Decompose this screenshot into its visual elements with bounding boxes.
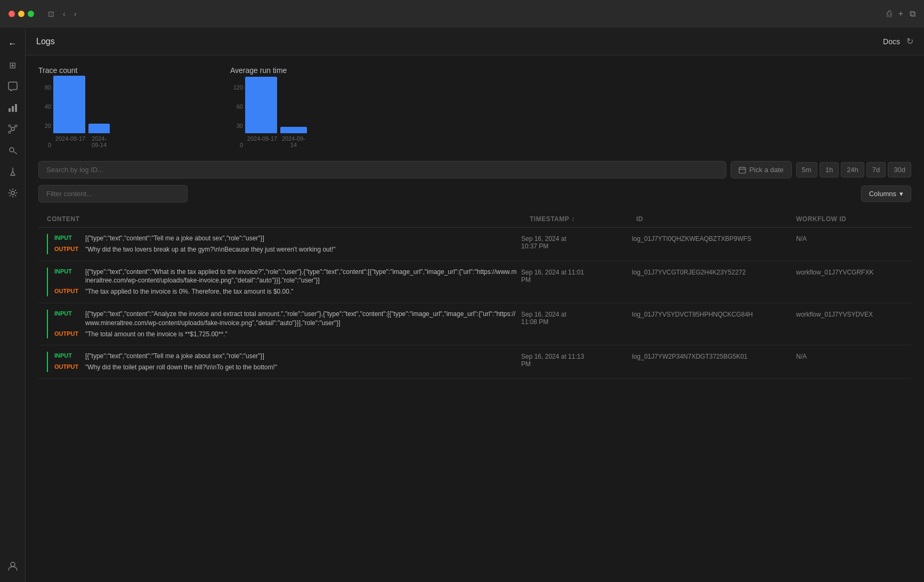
minimize-button[interactable] bbox=[18, 11, 25, 17]
calendar-icon bbox=[739, 166, 746, 174]
log-id-3: log_01J7YW2P34N7XDGT3725BG5K01 bbox=[632, 352, 792, 360]
maximize-button[interactable] bbox=[28, 11, 34, 17]
add-tab-icon[interactable]: + bbox=[898, 9, 903, 19]
chart-bar-1 bbox=[88, 124, 110, 133]
log-content-2: INPUT [{"type":"text","content":"Analyze… bbox=[47, 310, 517, 338]
table-header: CONTENT TIMESTAMP ↕ ID WORKFLOW ID bbox=[38, 211, 911, 228]
header-content: CONTENT bbox=[47, 215, 530, 223]
nav-back[interactable]: ‹ bbox=[60, 9, 69, 19]
columns-button[interactable]: Columns ▾ bbox=[861, 185, 911, 202]
sidebar-item-chat[interactable] bbox=[3, 77, 22, 96]
log-output-line-2: OUTPUT "The total amount on the invoice … bbox=[54, 330, 517, 339]
svg-rect-1 bbox=[12, 106, 14, 112]
output-badge-2: OUTPUT bbox=[54, 330, 81, 337]
sidebar-item-graph[interactable] bbox=[3, 119, 22, 139]
table-row[interactable]: INPUT [{"type":"text","content":"What is… bbox=[38, 261, 911, 303]
log-output-text-0: "Why did the two lovers break up at the … bbox=[85, 245, 336, 254]
content-area: Trace count 80 40 20 0 bbox=[26, 55, 924, 582]
log-id-0: log_01J7YTI0QHZKWEAQBZTXBP9WFS bbox=[632, 234, 792, 242]
log-workflow-1: workflow_01J7YVCGRFXK bbox=[796, 268, 903, 276]
titlebar-nav: ⊡ ‹ › bbox=[45, 9, 79, 19]
table-row[interactable]: INPUT [{"type":"text","content":"Tell me… bbox=[38, 228, 911, 261]
chart-bar-group-1 bbox=[88, 124, 110, 133]
docs-link[interactable]: Docs bbox=[883, 37, 900, 46]
search-input[interactable] bbox=[38, 161, 726, 179]
svg-point-5 bbox=[15, 125, 17, 127]
output-badge-3: OUTPUT bbox=[54, 363, 81, 370]
header-workflow-id: WORKFLOW ID bbox=[796, 215, 903, 223]
time-btn-5m[interactable]: 5m bbox=[796, 162, 817, 177]
sidebar-item-user[interactable] bbox=[3, 556, 22, 576]
avg-run-time-bars bbox=[245, 77, 401, 133]
log-input-line-2: INPUT [{"type":"text","content":"Analyze… bbox=[54, 310, 517, 328]
input-badge-0: INPUT bbox=[54, 234, 81, 241]
log-input-text-1: [{"type":"text","content":"What is the t… bbox=[85, 268, 517, 286]
nav-forward[interactable]: › bbox=[71, 9, 80, 19]
main-content: Logs Docs ↻ Trace count 80 40 20 bbox=[26, 28, 924, 582]
sort-icon: ↕ bbox=[571, 215, 575, 223]
svg-line-7 bbox=[10, 127, 11, 128]
close-button[interactable] bbox=[9, 11, 15, 17]
filter-content-input[interactable] bbox=[38, 185, 188, 203]
time-btn-24h[interactable]: 24h bbox=[841, 162, 864, 177]
svg-point-13 bbox=[11, 562, 15, 567]
topbar-right: Docs ↻ bbox=[883, 36, 913, 46]
sidebar-item-back[interactable]: ← bbox=[3, 34, 22, 53]
svg-point-6 bbox=[9, 131, 11, 133]
log-content-3: INPUT [{"type":"text","content":"Tell me… bbox=[47, 352, 517, 372]
chart-bar-group-0 bbox=[53, 76, 85, 133]
table-row[interactable]: INPUT [{"type":"text","content":"Tell me… bbox=[38, 345, 911, 379]
refresh-button[interactable]: ↻ bbox=[906, 36, 913, 46]
charts-section: Trace count 80 40 20 0 bbox=[38, 66, 911, 148]
log-id-2: log_01J7YVSYDVCT85HPHNQCKCG84H bbox=[632, 310, 792, 318]
log-timestamp-0: Sep 16, 2024 at10:37 PM bbox=[521, 234, 628, 250]
trace-count-wrapper: 80 40 20 0 bbox=[38, 79, 209, 148]
avg-chart-bar-group-0 bbox=[245, 77, 277, 133]
svg-line-8 bbox=[14, 127, 15, 128]
chevron-down-icon: ▾ bbox=[899, 190, 903, 198]
svg-point-3 bbox=[11, 127, 14, 131]
time-btn-7d[interactable]: 7d bbox=[866, 162, 886, 177]
sidebar-item-dashboard[interactable]: ⊞ bbox=[3, 55, 22, 75]
log-content-0: INPUT [{"type":"text","content":"Tell me… bbox=[47, 234, 517, 254]
input-badge-3: INPUT bbox=[54, 352, 81, 359]
date-picker-button[interactable]: Pick a date bbox=[731, 161, 791, 179]
table-row[interactable]: INPUT [{"type":"text","content":"Analyze… bbox=[38, 303, 911, 345]
avg-run-time-wrapper: 120 60 30 0 bbox=[230, 79, 401, 148]
output-badge-0: OUTPUT bbox=[54, 245, 81, 252]
sidebar-item-settings[interactable] bbox=[3, 183, 22, 203]
share-icon[interactable]: ⎙ bbox=[887, 9, 892, 19]
tabs-icon[interactable]: ⧉ bbox=[910, 9, 915, 19]
svg-rect-14 bbox=[739, 167, 745, 173]
sidebar-item-chart[interactable] bbox=[3, 98, 22, 117]
input-badge-2: INPUT bbox=[54, 310, 81, 317]
filter-row: Columns ▾ bbox=[38, 185, 911, 203]
sidebar: ← ⊞ bbox=[0, 28, 26, 582]
trace-count-title: Trace count bbox=[38, 66, 209, 75]
nav-sidebar-toggle[interactable]: ⊡ bbox=[45, 9, 58, 19]
avg-chart-bar-0 bbox=[245, 77, 277, 133]
chart-bar-0 bbox=[53, 76, 85, 133]
time-btn-30d[interactable]: 30d bbox=[888, 162, 911, 177]
log-output-line-3: OUTPUT "Why did the toilet paper roll do… bbox=[54, 363, 517, 372]
log-timestamp-3: Sep 16, 2024 at 11:13PM bbox=[521, 352, 628, 368]
input-badge-1: INPUT bbox=[54, 268, 81, 274]
log-workflow-0: N/A bbox=[796, 234, 903, 242]
sidebar-item-key[interactable] bbox=[3, 141, 22, 160]
avg-bar-label-0: 2024-09-17 bbox=[246, 135, 278, 148]
svg-point-10 bbox=[10, 148, 14, 152]
log-timestamp-1: Sep 16, 2024 at 11:01PM bbox=[521, 268, 628, 284]
bar-label-1: 2024-09-14 bbox=[88, 135, 110, 148]
log-input-text-3: [{"type":"text","content":"Tell me a jok… bbox=[85, 352, 264, 361]
log-workflow-3: N/A bbox=[796, 352, 903, 360]
time-btn-1h[interactable]: 1h bbox=[820, 162, 839, 177]
log-output-text-1: "The tax applied to the invoice is 0%. T… bbox=[85, 287, 294, 296]
titlebar: ⊡ ‹ › ⎙ + ⧉ bbox=[0, 0, 924, 28]
trace-count-chart: Trace count 80 40 20 0 bbox=[38, 66, 209, 148]
svg-rect-0 bbox=[9, 108, 11, 112]
log-input-text-0: [{"type":"text","content":"Tell me a jok… bbox=[85, 234, 264, 243]
header-id: ID bbox=[636, 215, 796, 223]
header-timestamp[interactable]: TIMESTAMP ↕ bbox=[530, 215, 636, 223]
sidebar-item-webhook[interactable] bbox=[3, 162, 22, 181]
avg-run-time-title: Average run time bbox=[230, 66, 401, 75]
